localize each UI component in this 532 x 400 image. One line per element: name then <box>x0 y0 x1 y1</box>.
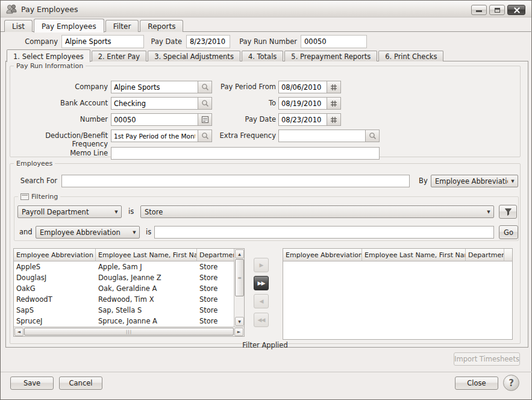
cancel-button[interactable]: Cancel <box>59 377 102 390</box>
pay-period-to-field-group <box>278 97 341 110</box>
tab-special-adjustments[interactable]: 3. Special Adjustments <box>148 51 240 61</box>
scroll-down-button[interactable]: ▼ <box>235 317 244 326</box>
filter-value-1-combo[interactable]: Store ▼ <box>140 205 494 218</box>
extra-frequency-field[interactable] <box>278 130 365 142</box>
search-for-label: Search For <box>15 175 57 185</box>
cell-abbr: SapS <box>14 305 96 316</box>
cell-abbr: SpruceJ <box>14 316 96 327</box>
tab-filter[interactable]: Filter <box>105 20 139 32</box>
vertical-scroll-thumb[interactable]: ≡ <box>235 259 244 296</box>
table-row[interactable]: DouglasJDouglas, Jeanne ZStore <box>14 272 234 283</box>
column-header-name-text: Employee Last Name, First Name <box>98 251 197 259</box>
tab-prepayment-reports[interactable]: 5. Prepayment Reports <box>284 51 377 61</box>
filter-field-1-value: Payroll Department <box>18 208 111 216</box>
step-tab-strip: 1. Select Employees 2. Enter Pay 3. Spec… <box>7 49 445 61</box>
filter-value-1-text: Store <box>141 208 484 216</box>
cell-dept: Store <box>197 283 234 294</box>
column-header-name[interactable]: Employee Last Name, First Name <box>362 249 466 261</box>
filter-op-2-label: is <box>146 226 151 236</box>
filter-field-1-combo[interactable]: Payroll Department ▼ <box>17 205 122 218</box>
column-header-abbreviation-text: Employee Abbreviation <box>16 251 93 259</box>
pay-date-field[interactable] <box>278 113 327 126</box>
calendar-icon <box>330 84 337 91</box>
pay-period-from-field[interactable] <box>278 81 327 93</box>
search-input[interactable] <box>61 175 410 187</box>
memo-line-field[interactable] <box>111 147 380 160</box>
column-header-abbreviation[interactable]: Employee Abbreviation▲ <box>283 249 362 261</box>
company-header-field[interactable] <box>61 35 144 48</box>
move-all-left-icon: ◀◀ <box>258 317 265 323</box>
selected-table-header: Employee Abbreviation▲ Employee Last Nam… <box>283 249 512 261</box>
tab-reports[interactable]: Reports <box>140 20 183 32</box>
column-header-name[interactable]: Employee Last Name, First Name <box>96 249 197 261</box>
scroll-up-icon: ▲ <box>238 252 241 256</box>
pay-run-information-group: Pay Run Information Company Bank Account… <box>10 62 521 157</box>
pay-run-number-header-field[interactable] <box>301 35 367 48</box>
tab-print-checks[interactable]: 6. Print Checks <box>378 51 443 61</box>
move-all-right-button[interactable]: ▶▶ <box>254 276 269 290</box>
filtering-collapse-icon[interactable] <box>20 193 29 200</box>
scroll-right-button[interactable]: ► <box>234 328 243 336</box>
save-button[interactable]: Save <box>10 377 54 390</box>
table-row[interactable]: SpruceJSpruce, Joanne AStore <box>14 316 234 327</box>
pay-period-from-label: Pay Period From <box>179 81 276 91</box>
calendar-icon <box>330 100 337 107</box>
vertical-scrollbar[interactable]: ▲ ≡ ▼ <box>234 249 244 327</box>
cell-abbr: DouglasJ <box>14 272 96 283</box>
cell-name: Douglas, Jeanne Z <box>96 272 197 283</box>
cell-name: Apple, Sam J <box>96 261 197 272</box>
table-row[interactable]: RedwoodTRedwood, Tim XStore <box>14 294 234 305</box>
import-timesheets-button[interactable]: Import Timesheets <box>454 352 520 366</box>
apply-filter-button[interactable] <box>499 205 517 219</box>
thumb-grip-icon: ≡ <box>237 275 242 281</box>
people-icon <box>5 4 17 14</box>
available-employees-table: Employee Abbreviation▲ Employee Last Nam… <box>13 248 245 337</box>
help-button[interactable]: ? <box>503 375 519 391</box>
column-header-filler <box>504 249 512 261</box>
cell-dept: Store <box>197 294 234 305</box>
pay-date-header-label: Pay Date <box>150 37 182 46</box>
filter-field-2-combo[interactable]: Employee Abbreviation ▼ <box>36 226 140 239</box>
cell-dept: Store <box>197 305 234 316</box>
filter-field-2-value: Employee Abbreviation <box>36 228 130 237</box>
scroll-left-button[interactable]: ◄ <box>14 328 23 336</box>
pay-period-from-date-button[interactable] <box>327 81 341 93</box>
thumb-grip-icon: ||| <box>126 330 132 334</box>
pay-date-field-group <box>278 113 341 126</box>
scroll-down-icon: ▼ <box>238 319 241 323</box>
tab-totals[interactable]: 4. Totals <box>242 51 283 61</box>
title-bar: Pay Employees <box>1 1 531 17</box>
pay-run-information-legend: Pay Run Information <box>14 62 86 70</box>
close-button[interactable]: Close <box>455 377 498 390</box>
company-header-label: Company <box>25 37 58 46</box>
table-row[interactable]: SapSSap, Stella SStore <box>14 305 234 316</box>
column-header-department[interactable]: Department <box>466 249 504 261</box>
pay-period-to-date-button[interactable] <box>327 97 341 110</box>
minimize-button[interactable] <box>471 5 487 15</box>
pay-date-date-button[interactable] <box>327 113 341 126</box>
cell-dept: Store <box>197 272 234 283</box>
maximize-button[interactable] <box>489 5 505 15</box>
tab-enter-pay[interactable]: 2. Enter Pay <box>92 51 146 61</box>
scroll-up-button[interactable]: ▲ <box>235 249 244 258</box>
tab-select-employees[interactable]: 1. Select Employees <box>7 49 90 62</box>
pay-date-header-field[interactable] <box>186 35 230 48</box>
column-header-name-text: Employee Last Name, First Name <box>365 251 466 259</box>
cell-name: Oak, Geraldine A <box>96 283 197 294</box>
move-all-left-button: ◀◀ <box>254 313 269 327</box>
tab-pay-employees[interactable]: Pay Employees <box>34 19 104 33</box>
search-by-combo[interactable]: Employee Abbreviation ▼ <box>431 175 518 187</box>
go-button[interactable]: Go <box>499 225 518 239</box>
bank-account-label: Bank Account <box>14 97 108 107</box>
horizontal-scrollbar[interactable]: ◄ ||| ► <box>14 327 244 336</box>
table-row[interactable]: AppleSApple, Sam JStore <box>14 261 234 272</box>
filter-value-2-input[interactable] <box>154 226 494 239</box>
horizontal-scroll-thumb[interactable]: ||| <box>24 328 234 336</box>
extra-frequency-lookup-button[interactable] <box>365 130 380 142</box>
column-header-abbreviation[interactable]: Employee Abbreviation▲ <box>14 249 96 261</box>
tab-list[interactable]: List <box>4 20 33 32</box>
column-header-department[interactable]: Department <box>197 249 234 261</box>
pay-period-to-field[interactable] <box>278 97 327 110</box>
table-row[interactable]: OakGOak, Geraldine AStore <box>14 283 234 294</box>
close-window-button[interactable] <box>507 5 525 15</box>
